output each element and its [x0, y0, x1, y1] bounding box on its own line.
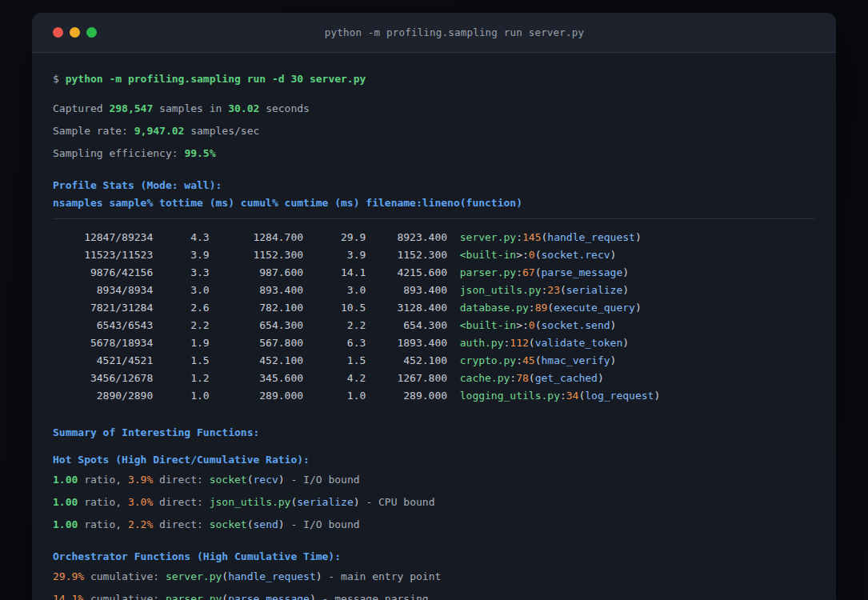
hot-spot-line: 1.00 ratio, 3.9% direct: socket(recv) - …	[53, 469, 815, 491]
stats-row: 12847/89234 4.3 1284.700 29.9 8923.400 s…	[53, 229, 815, 246]
terminal-window: python -m profiling.sampling run server.…	[32, 13, 836, 600]
stats-row: 8934/8934 3.0 893.400 3.0 893.400 json_u…	[53, 282, 815, 299]
stats-row: 2890/2890 1.0 289.000 1.0 289.000 loggin…	[53, 387, 815, 405]
orchestrator-line: 29.9% cumulative: server.py(handle_reque…	[53, 566, 815, 588]
sample-rate-line: Sample rate: 9,947.02 samples/sec	[53, 120, 815, 142]
hot-spot-line: 1.00 ratio, 3.0% direct: json_utils.py(s…	[53, 491, 815, 514]
minimize-button[interactable]	[70, 27, 80, 38]
terminal-output[interactable]: $ python -m profiling.sampling run -d 30…	[32, 53, 836, 600]
stats-divider	[53, 218, 815, 219]
stats-row: 7821/31284 2.6 782.100 10.5 3128.400 dat…	[53, 299, 815, 317]
stats-row: 6543/6543 2.2 654.300 2.2 654.300 <built…	[53, 317, 815, 334]
stats-row: 3456/12678 1.2 345.600 4.2 1267.800 cach…	[53, 370, 815, 387]
orchestrator-heading: Orchestrator Functions (High Cumulative …	[53, 548, 815, 566]
window-titlebar: python -m profiling.sampling run server.…	[32, 13, 836, 53]
maximize-button[interactable]	[86, 27, 97, 38]
summary-heading: Summary of Interesting Functions:	[53, 424, 815, 442]
stats-row: 9876/42156 3.3 987.600 14.1 4215.600 par…	[53, 264, 815, 282]
stats-column-header: nsamples sample% tottime (ms) cumul% cum…	[53, 194, 815, 212]
traffic-lights	[32, 27, 97, 38]
hot-spots-heading: Hot Spots (High Direct/Cumulative Ratio)…	[53, 451, 815, 469]
captured-line: Captured 298,547 samples in 30.02 second…	[53, 98, 815, 120]
stats-row: 11523/11523 3.9 1152.300 3.9 1152.300 <b…	[53, 246, 815, 264]
stats-row: 4521/4521 1.5 452.100 1.5 452.100 crypto…	[53, 352, 815, 370]
close-button[interactable]	[53, 27, 63, 38]
command-line: $ python -m profiling.sampling run -d 30…	[53, 72, 815, 86]
stats-row: 5678/18934 1.9 567.800 6.3 1893.400 auth…	[53, 334, 815, 352]
profile-stats-heading: Profile Stats (Mode: wall):	[53, 177, 815, 194]
efficiency-line: Sampling efficiency: 99.5%	[53, 142, 815, 165]
hot-spot-line: 1.00 ratio, 2.2% direct: socket(send) - …	[53, 514, 815, 536]
orchestrator-line: 14.1% cumulative: parser.py(parse_messag…	[53, 588, 815, 600]
window-title: python -m profiling.sampling run server.…	[97, 26, 836, 38]
